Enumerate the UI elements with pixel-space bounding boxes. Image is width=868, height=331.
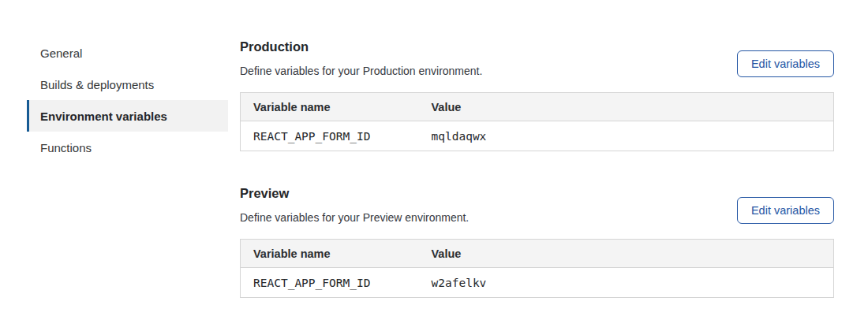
variable-name-column-header: Variable name [241, 240, 419, 268]
preview-section-text: Preview Define variables for your Previe… [240, 181, 469, 225]
value-column-header: Value [419, 93, 834, 121]
variable-name-cell: REACT_APP_FORM_ID [241, 121, 419, 151]
preview-description: Define variables for your Preview enviro… [240, 210, 469, 225]
preview-title: Preview [240, 184, 469, 202]
production-section: Production Define variables for your Pro… [240, 35, 834, 151]
sidebar-item-functions[interactable]: Functions [27, 132, 228, 163]
variable-name-cell: REACT_APP_FORM_ID [241, 268, 419, 298]
table-row: REACT_APP_FORM_ID w2afelkv [241, 268, 834, 298]
production-description: Define variables for your Production env… [240, 64, 482, 78]
value-column-header: Value [419, 240, 834, 268]
table-row: REACT_APP_FORM_ID mqldaqwx [241, 121, 834, 151]
settings-sidebar: General Builds & deployments Environment… [27, 37, 228, 163]
table-header-row: Variable name Value [241, 240, 834, 268]
preview-edit-variables-button[interactable]: Edit variables [737, 197, 834, 224]
production-variables-table: Variable name Value REACT_APP_FORM_ID mq… [240, 92, 834, 151]
sidebar-item-builds-deployments[interactable]: Builds & deployments [27, 69, 228, 100]
settings-page: General Builds & deployments Environment… [0, 0, 868, 298]
variable-value-cell: mqldaqwx [419, 121, 834, 151]
production-edit-variables-button[interactable]: Edit variables [737, 50, 834, 77]
environment-variables-panel: Production Define variables for your Pro… [240, 35, 834, 298]
table-header-row: Variable name Value [241, 93, 834, 121]
sidebar-item-general[interactable]: General [27, 37, 228, 69]
preview-section-header: Preview Define variables for your Previe… [240, 181, 834, 225]
production-title: Production [240, 38, 482, 55]
production-section-header: Production Define variables for your Pro… [240, 35, 834, 78]
production-section-text: Production Define variables for your Pro… [240, 35, 482, 78]
preview-variables-table: Variable name Value REACT_APP_FORM_ID w2… [240, 239, 834, 298]
variable-value-cell: w2afelkv [419, 268, 834, 298]
preview-section: Preview Define variables for your Previe… [240, 181, 834, 298]
sidebar-item-environment-variables[interactable]: Environment variables [27, 100, 228, 132]
variable-name-column-header: Variable name [241, 93, 419, 121]
